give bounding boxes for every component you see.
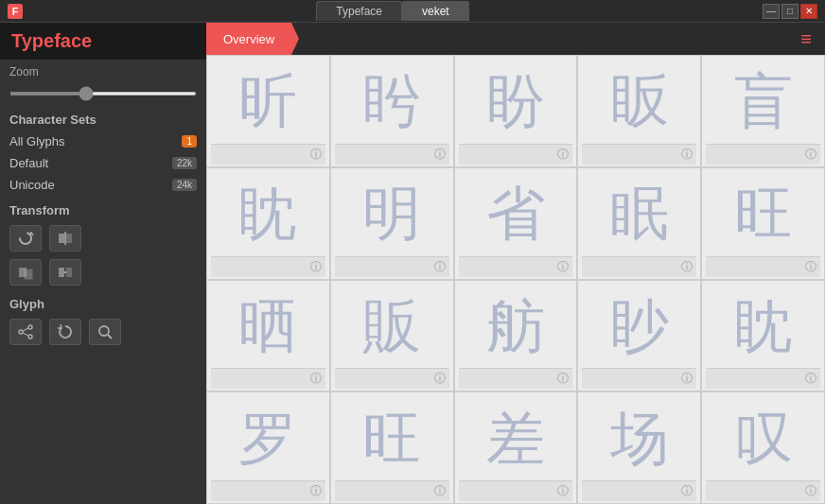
glyph-cell[interactable]: 舫 ⓘ (454, 280, 578, 392)
sidebar-header: Typeface (0, 23, 206, 60)
glyph-rotate-btn[interactable] (49, 319, 81, 345)
glyph-cell[interactable]: 旺 ⓘ (330, 391, 454, 504)
glyph-cell[interactable]: 盼 ⓘ (454, 55, 578, 167)
svg-point-13 (99, 326, 109, 336)
info-icon[interactable]: ⓘ (557, 371, 569, 387)
glyph-character: 眈 (706, 285, 820, 369)
info-icon[interactable]: ⓘ (557, 147, 569, 163)
set-item-unicode[interactable]: Unicode 24k (0, 174, 206, 196)
glyph-character: 罗 (211, 396, 325, 480)
glyph-cell[interactable]: 差 ⓘ (454, 391, 578, 504)
info-icon[interactable]: ⓘ (310, 483, 322, 499)
glyph-cell[interactable]: 眈 ⓘ (206, 167, 330, 280)
glyph-footer: ⓘ (211, 368, 325, 389)
glyph-cell[interactable]: 盻 ⓘ (330, 55, 454, 167)
glyph-footer: ⓘ (211, 256, 325, 277)
info-icon[interactable]: ⓘ (681, 483, 693, 499)
svg-rect-5 (25, 269, 32, 279)
glyph-grid: 昕 ⓘ 盻 ⓘ 盼 ⓘ 眅 ⓘ 盲 ⓘ 眈 (206, 55, 825, 504)
glyph-character: 眈 (211, 172, 325, 256)
title-tab-veket[interactable]: veket (402, 1, 469, 21)
zoom-slider-container (9, 82, 197, 99)
glyph-cell[interactable]: 旺 ⓘ (701, 167, 825, 280)
zoom-slider[interactable] (9, 92, 197, 96)
info-icon[interactable]: ⓘ (805, 259, 816, 275)
transform-row-1 (0, 221, 206, 255)
close-button[interactable]: ✕ (800, 4, 817, 19)
set-badge-unicode: 24k (172, 179, 197, 191)
app-body: Typeface Zoom Character Sets All Glyphs … (0, 23, 825, 504)
info-icon[interactable]: ⓘ (434, 259, 446, 275)
glyph-cell[interactable]: 晒 ⓘ (206, 280, 330, 392)
glyph-cell[interactable]: 眇 ⓘ (577, 280, 701, 392)
info-icon[interactable]: ⓘ (310, 259, 322, 275)
hamburger-menu[interactable]: ≡ (787, 28, 825, 50)
info-icon[interactable]: ⓘ (434, 483, 446, 499)
svg-point-8 (28, 325, 32, 329)
info-icon[interactable]: ⓘ (681, 371, 693, 387)
glyph-share-btn[interactable] (9, 319, 42, 345)
glyph-cell[interactable]: 叹 ⓘ (701, 391, 825, 504)
overview-tab[interactable]: Overview (206, 23, 291, 55)
svg-line-14 (108, 335, 112, 339)
svg-line-11 (23, 328, 28, 331)
info-icon[interactable]: ⓘ (310, 147, 322, 163)
info-icon[interactable]: ⓘ (681, 259, 693, 275)
glyph-label: Glyph (0, 289, 206, 315)
glyph-footer: ⓘ (459, 368, 573, 389)
glyph-character: 旺 (706, 172, 820, 256)
glyph-cell[interactable]: 省 ⓘ (454, 167, 578, 280)
glyph-cell[interactable]: 场 ⓘ (577, 391, 701, 504)
glyph-footer: ⓘ (459, 144, 573, 165)
glyph-cell[interactable]: 販 ⓘ (330, 280, 454, 392)
app-icon: F (8, 4, 23, 19)
title-bar-right: — □ ✕ (763, 4, 817, 19)
glyph-search-btn[interactable] (89, 319, 121, 345)
glyph-cell[interactable]: 昕 ⓘ (206, 55, 330, 167)
info-icon[interactable]: ⓘ (557, 483, 569, 499)
svg-point-9 (19, 330, 23, 334)
svg-rect-7 (66, 268, 72, 277)
set-item-default[interactable]: Default 22k (0, 152, 206, 174)
maximize-button[interactable]: □ (781, 4, 799, 19)
glyph-character: 眇 (582, 285, 696, 369)
glyph-cell[interactable]: 明 ⓘ (330, 167, 454, 280)
glyph-cell[interactable]: 眅 ⓘ (577, 55, 701, 167)
info-icon[interactable]: ⓘ (434, 147, 446, 163)
title-tab-typeface[interactable]: Typeface (316, 1, 402, 21)
glyph-character: 盲 (706, 60, 820, 144)
zoom-label: Zoom (9, 65, 197, 78)
minimize-button[interactable]: — (763, 4, 780, 19)
set-badge-default: 22k (172, 157, 197, 169)
info-icon[interactable]: ⓘ (681, 147, 693, 163)
glyph-cell[interactable]: 眈 ⓘ (701, 280, 825, 392)
glyph-character: 旺 (335, 396, 449, 480)
glyph-footer: ⓘ (582, 144, 696, 165)
transform-row-2 (0, 255, 206, 289)
glyph-character: 省 (459, 172, 573, 256)
info-icon[interactable]: ⓘ (805, 371, 816, 387)
transform-flip-btn[interactable] (49, 225, 81, 252)
glyph-cell[interactable]: 眠 ⓘ (577, 167, 701, 280)
info-icon[interactable]: ⓘ (805, 483, 816, 499)
info-icon[interactable]: ⓘ (557, 259, 569, 275)
transform-btn4[interactable] (49, 259, 81, 286)
set-item-all-glyphs[interactable]: All Glyphs 1 (0, 130, 206, 152)
transform-btn3[interactable] (9, 259, 42, 286)
glyph-footer: ⓘ (706, 368, 820, 389)
info-icon[interactable]: ⓘ (310, 371, 322, 387)
glyph-footer: ⓘ (582, 368, 696, 389)
glyph-cell[interactable]: 罗 ⓘ (206, 391, 330, 504)
transform-rotate-btn[interactable] (9, 225, 42, 252)
glyph-row (0, 315, 206, 349)
glyph-character: 眠 (582, 172, 696, 256)
glyph-footer: ⓘ (211, 144, 325, 165)
glyph-character: 販 (335, 285, 449, 369)
info-icon[interactable]: ⓘ (434, 371, 446, 387)
info-icon[interactable]: ⓘ (805, 147, 816, 163)
title-bar: F Typeface veket — □ ✕ (0, 0, 825, 23)
glyph-cell[interactable]: 盲 ⓘ (701, 55, 825, 167)
glyph-footer: ⓘ (335, 144, 449, 165)
title-bar-center: Typeface veket (23, 1, 763, 21)
glyph-footer: ⓘ (459, 480, 573, 501)
